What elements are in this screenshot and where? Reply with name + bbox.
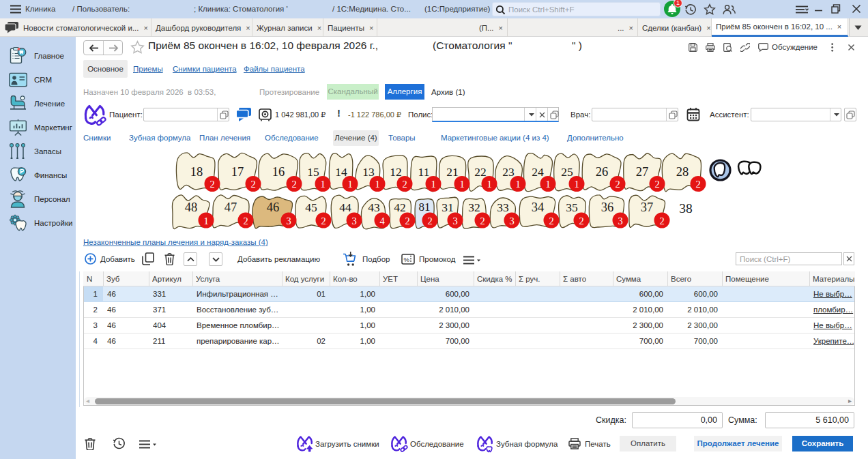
svg-text:37: 37 bbox=[641, 201, 654, 214]
svg-text:81: 81 bbox=[419, 201, 431, 213]
svg-text:17: 17 bbox=[231, 165, 244, 179]
svg-text:2: 2 bbox=[659, 216, 664, 226]
svg-text:3: 3 bbox=[351, 216, 356, 226]
svg-text:26: 26 bbox=[596, 165, 609, 179]
svg-text:2: 2 bbox=[250, 179, 255, 190]
svg-text:28: 28 bbox=[676, 165, 689, 179]
svg-text:45: 45 bbox=[305, 201, 317, 214]
svg-text:2: 2 bbox=[321, 216, 326, 226]
svg-text:1: 1 bbox=[487, 179, 491, 190]
svg-text:22: 22 bbox=[474, 165, 487, 179]
svg-text:25: 25 bbox=[561, 165, 573, 179]
svg-text:18: 18 bbox=[190, 165, 203, 179]
svg-text:3: 3 bbox=[509, 216, 514, 226]
svg-text:2: 2 bbox=[427, 216, 432, 226]
svg-text:1: 1 bbox=[515, 179, 520, 190]
svg-text:2: 2 bbox=[579, 216, 583, 226]
svg-text:47: 47 bbox=[225, 201, 237, 214]
svg-text:48: 48 bbox=[185, 201, 198, 214]
svg-text:1: 1 bbox=[347, 179, 352, 190]
svg-text:15: 15 bbox=[307, 165, 319, 179]
svg-text:21: 21 bbox=[446, 165, 459, 179]
svg-text:34: 34 bbox=[532, 201, 545, 214]
svg-text:13: 13 bbox=[362, 165, 375, 179]
svg-text:3: 3 bbox=[286, 216, 291, 226]
svg-text:%: % bbox=[404, 256, 410, 263]
svg-text:23: 23 bbox=[502, 165, 515, 179]
svg-text:33: 33 bbox=[497, 201, 509, 214]
svg-text:32: 32 bbox=[468, 201, 480, 214]
svg-text:35: 35 bbox=[566, 201, 578, 214]
svg-text:2: 2 bbox=[480, 216, 484, 226]
svg-text:2: 2 bbox=[654, 179, 659, 190]
svg-text:16: 16 bbox=[272, 165, 285, 179]
svg-text:46: 46 bbox=[267, 201, 280, 214]
svg-text:2: 2 bbox=[402, 179, 407, 190]
svg-text:2: 2 bbox=[405, 216, 409, 226]
svg-text:3: 3 bbox=[452, 216, 457, 226]
svg-text:31: 31 bbox=[442, 201, 454, 214]
svg-text:44: 44 bbox=[339, 201, 351, 214]
svg-text:24: 24 bbox=[532, 165, 544, 179]
svg-text:1: 1 bbox=[545, 179, 550, 190]
svg-text:2: 2 bbox=[615, 179, 620, 190]
svg-text:1: 1 bbox=[375, 179, 379, 190]
svg-text:12: 12 bbox=[390, 165, 402, 179]
svg-text:1: 1 bbox=[459, 179, 464, 190]
svg-text:1: 1 bbox=[431, 179, 435, 190]
svg-text:42: 42 bbox=[394, 201, 406, 214]
svg-text:38: 38 bbox=[679, 201, 693, 216]
svg-text:2: 2 bbox=[695, 179, 700, 190]
svg-text:1: 1 bbox=[203, 216, 208, 226]
svg-text:14: 14 bbox=[335, 165, 347, 179]
svg-text:2: 2 bbox=[549, 216, 553, 226]
svg-text:1: 1 bbox=[320, 179, 325, 190]
svg-text:11: 11 bbox=[418, 165, 430, 179]
svg-text:1: 1 bbox=[574, 179, 579, 190]
svg-text:36: 36 bbox=[601, 201, 614, 214]
svg-text:2: 2 bbox=[209, 179, 214, 190]
svg-text:4: 4 bbox=[379, 216, 385, 226]
svg-text:2: 2 bbox=[243, 216, 248, 226]
svg-text:27: 27 bbox=[636, 165, 649, 179]
svg-text:43: 43 bbox=[368, 201, 380, 214]
svg-text:2: 2 bbox=[291, 179, 296, 190]
svg-text:3: 3 bbox=[618, 216, 622, 226]
